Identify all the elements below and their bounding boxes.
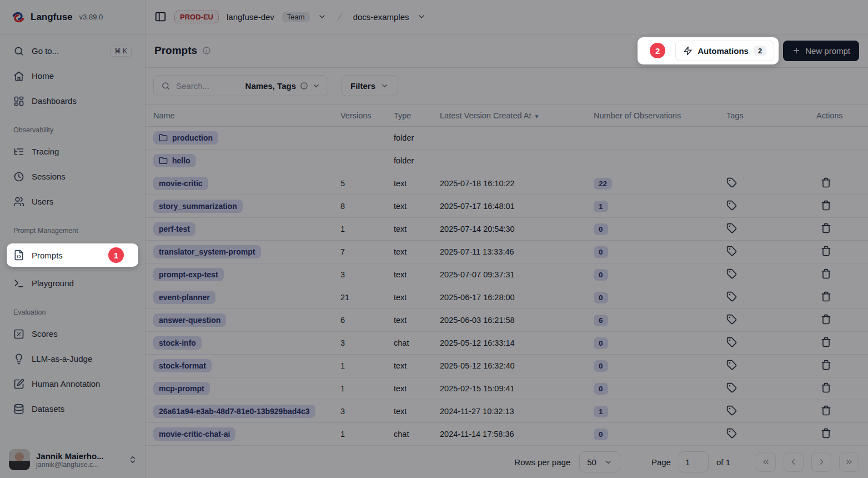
prompt-name-pill[interactable]: prompt-exp-test bbox=[153, 268, 224, 281]
delete-prompt-button[interactable] bbox=[821, 360, 832, 371]
prompt-name-pill[interactable]: movie-critic bbox=[153, 177, 208, 190]
table-row[interactable]: event-planner 21 text 2025-06-17 16:28:0… bbox=[145, 286, 868, 309]
table-row[interactable]: stock-info 3 chat 2025-05-12 16:33:14 0 bbox=[145, 332, 868, 355]
table-row[interactable]: movie-critic-chat-ai 1 chat 2024-11-14 1… bbox=[145, 423, 868, 446]
delete-prompt-button[interactable] bbox=[821, 428, 832, 439]
column-header-observations[interactable]: Number of Observations bbox=[594, 104, 726, 127]
observations-count-pill[interactable]: 0 bbox=[594, 360, 608, 372]
delete-prompt-button[interactable] bbox=[821, 200, 832, 211]
sidebar-item-human-annotation[interactable]: Human Annotation bbox=[7, 375, 138, 392]
table-row[interactable]: mcp-prompt 1 text 2025-02-15 15:09:41 0 bbox=[145, 377, 868, 400]
org-name[interactable]: langfuse-dev bbox=[227, 12, 274, 22]
prompt-name-pill[interactable]: hello bbox=[153, 154, 196, 167]
observations-count-pill[interactable]: 0 bbox=[594, 337, 608, 349]
sidebar-toggle-icon[interactable] bbox=[154, 11, 167, 23]
observations-count-pill[interactable]: 1 bbox=[594, 406, 608, 417]
observations-count-pill[interactable]: 1 bbox=[594, 201, 608, 212]
tag-button[interactable] bbox=[726, 291, 737, 302]
sidebar-item-llm-judge[interactable]: LLM-as-a-Judge bbox=[7, 350, 138, 367]
prompt-name-pill[interactable]: movie-critic-chat-ai bbox=[153, 427, 235, 441]
rows-per-page-select[interactable]: 50 bbox=[579, 451, 620, 472]
observations-count-pill[interactable]: 0 bbox=[594, 246, 608, 258]
observations-count-pill[interactable]: 0 bbox=[594, 223, 608, 235]
tag-button[interactable] bbox=[726, 314, 737, 325]
tag-button[interactable] bbox=[726, 360, 737, 371]
prompt-name-pill[interactable]: story_summarization bbox=[153, 200, 243, 213]
prompt-name-pill[interactable]: stock-format bbox=[153, 359, 212, 372]
first-page-button[interactable] bbox=[756, 452, 776, 472]
tag-button[interactable] bbox=[726, 405, 737, 416]
tag-button[interactable] bbox=[726, 337, 737, 348]
delete-prompt-button[interactable] bbox=[821, 337, 832, 348]
column-header-created[interactable]: Latest Version Created At▼ bbox=[440, 104, 594, 127]
tag-button[interactable] bbox=[726, 246, 737, 257]
observations-count-pill[interactable]: 22 bbox=[594, 178, 612, 190]
last-page-button[interactable] bbox=[839, 452, 859, 472]
project-chevron-down-icon[interactable] bbox=[417, 12, 426, 21]
observations-count-pill[interactable]: 0 bbox=[594, 383, 608, 395]
delete-prompt-button[interactable] bbox=[821, 246, 832, 257]
sidebar-item-users[interactable]: Users bbox=[7, 193, 138, 210]
page-number-input[interactable] bbox=[679, 451, 709, 472]
prompt-name-pill[interactable]: mcp-prompt bbox=[153, 382, 210, 395]
delete-prompt-button[interactable] bbox=[821, 314, 832, 325]
table-row[interactable]: 26a61a94-e3ab-48d7-81e0-13b929bad4c3 3 t… bbox=[145, 400, 868, 423]
next-page-button[interactable] bbox=[811, 452, 831, 472]
user-menu[interactable]: Jannik Maierho... jannik@langfuse.c... bbox=[0, 442, 145, 478]
org-chevron-down-icon[interactable] bbox=[318, 12, 327, 21]
observations-count-pill[interactable]: 0 bbox=[594, 429, 608, 440]
tag-button[interactable] bbox=[726, 177, 737, 188]
sidebar-item-tracing[interactable]: Tracing bbox=[7, 143, 138, 160]
table-row[interactable]: hello folder bbox=[145, 150, 868, 172]
tag-button[interactable] bbox=[726, 223, 737, 234]
sidebar-item-datasets[interactable]: Datasets bbox=[7, 400, 138, 417]
tag-button[interactable] bbox=[726, 382, 737, 394]
observations-count-pill[interactable]: 0 bbox=[594, 269, 608, 281]
new-prompt-button[interactable]: New prompt bbox=[783, 41, 859, 61]
sidebar-item-playground[interactable]: Playground bbox=[7, 275, 138, 292]
table-row[interactable]: prompt-exp-test 3 text 2025-07-07 09:37:… bbox=[145, 263, 868, 286]
prompt-name-pill[interactable]: perf-test bbox=[153, 222, 195, 236]
prompt-name-pill[interactable]: answer-question bbox=[153, 313, 226, 327]
delete-prompt-button[interactable] bbox=[821, 405, 832, 416]
tag-button[interactable] bbox=[726, 428, 737, 439]
sidebar-item-scores[interactable]: Scores bbox=[7, 325, 138, 342]
search-input[interactable] bbox=[176, 81, 240, 91]
table-row[interactable]: movie-critic 5 text 2025-07-18 16:10:22 … bbox=[145, 172, 868, 195]
column-header-versions[interactable]: Versions bbox=[340, 104, 394, 127]
column-header-name[interactable]: Name bbox=[145, 104, 340, 127]
sidebar-item-home[interactable]: Home bbox=[7, 67, 138, 84]
prompt-name-pill[interactable]: 26a61a94-e3ab-48d7-81e0-13b929bad4c3 bbox=[153, 405, 315, 418]
prompt-name-pill[interactable]: production bbox=[153, 131, 218, 145]
delete-prompt-button[interactable] bbox=[821, 223, 832, 234]
prompt-name-pill[interactable]: translator_system-prompt bbox=[153, 245, 261, 258]
table-row[interactable]: story_summarization 8 text 2025-07-17 16… bbox=[145, 195, 868, 218]
table-row[interactable]: perf-test 1 text 2025-07-14 20:54:30 0 bbox=[145, 218, 868, 241]
automations-button[interactable]: Automations 2 bbox=[675, 41, 774, 61]
prompt-name-pill[interactable]: stock-info bbox=[153, 336, 202, 350]
page-info-icon[interactable] bbox=[202, 46, 211, 55]
table-row[interactable]: translator_system-prompt 7 text 2025-07-… bbox=[145, 241, 868, 263]
delete-prompt-button[interactable] bbox=[821, 291, 832, 302]
observations-count-pill[interactable]: 6 bbox=[594, 315, 608, 326]
filters-button[interactable]: Filters bbox=[341, 75, 398, 96]
search-scope-selector[interactable]: Names, Tags bbox=[245, 81, 320, 91]
delete-prompt-button[interactable] bbox=[821, 382, 832, 394]
table-row[interactable]: stock-format 1 text 2025-05-12 16:32:40 … bbox=[145, 355, 868, 377]
previous-page-button[interactable] bbox=[784, 452, 804, 472]
project-name[interactable]: docs-examples bbox=[353, 12, 409, 22]
prompt-name-pill[interactable]: event-planner bbox=[153, 291, 215, 304]
observations-count-pill[interactable]: 0 bbox=[594, 292, 608, 303]
delete-prompt-button[interactable] bbox=[821, 177, 832, 188]
column-header-type[interactable]: Type bbox=[394, 104, 440, 127]
sidebar-item-prompts[interactable]: Prompts 1 bbox=[7, 243, 138, 267]
column-header-tags[interactable]: Tags bbox=[726, 104, 816, 127]
tag-button[interactable] bbox=[726, 200, 737, 211]
sidebar-item-goto[interactable]: Go to... ⌘ K bbox=[7, 42, 138, 59]
table-row[interactable]: answer-question 6 text 2025-06-03 16:21:… bbox=[145, 309, 868, 332]
sidebar-item-sessions[interactable]: Sessions bbox=[7, 168, 138, 185]
tag-button[interactable] bbox=[726, 268, 737, 280]
table-row[interactable]: production folder bbox=[145, 127, 868, 150]
sidebar-item-dashboards[interactable]: Dashboards bbox=[7, 92, 138, 109]
delete-prompt-button[interactable] bbox=[821, 268, 832, 280]
